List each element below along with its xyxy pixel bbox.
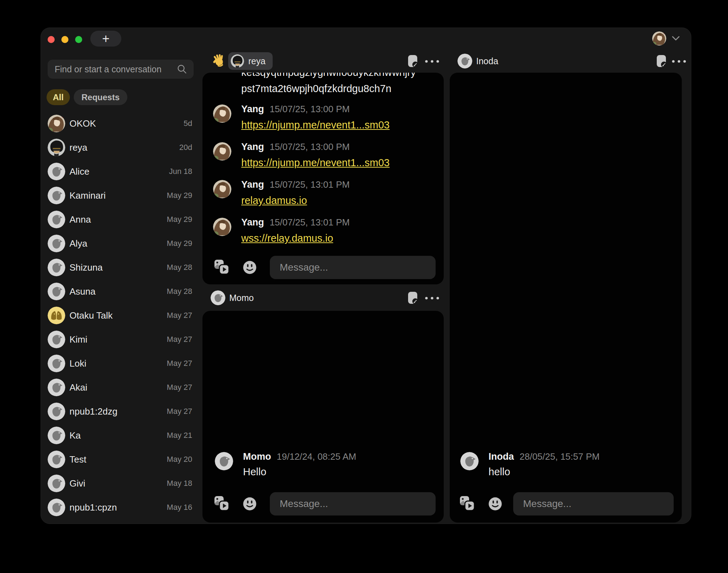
conversation-name: Shizuna — [69, 262, 167, 273]
search-input[interactable] — [54, 64, 177, 75]
chat-header-reya[interactable]: reya — [228, 52, 273, 70]
more-icon[interactable] — [425, 296, 439, 300]
conversation-item-kimi[interactable]: KimiMay 27 — [48, 327, 193, 351]
conversation-date: May 29 — [167, 191, 192, 200]
conversation-item-akai[interactable]: AkaiMay 27 — [48, 375, 193, 399]
wave-icon — [212, 54, 225, 67]
chat-message: Momo19/12/24, 08:25 AM Hello — [215, 451, 356, 478]
conversation-date: May 27 — [167, 311, 192, 320]
conversation-name: reya — [69, 142, 179, 153]
profile-avatar[interactable] — [652, 31, 666, 46]
conversation-item-givi[interactable]: GiviMay 18 — [48, 471, 193, 495]
conversation-item-kaminari[interactable]: KaminariMay 29 — [48, 183, 193, 207]
tab-all[interactable]: All — [47, 89, 70, 105]
conversation-item-asuna[interactable]: AsunaMay 28 — [48, 279, 193, 303]
chat-panel-reya: ketsqyqtmpdgzlygnwlfoouykzkhwwnjry pst7m… — [202, 73, 444, 284]
conversation-avatar — [48, 139, 65, 156]
conversation-name: Kaminari — [69, 190, 167, 201]
message-input[interactable] — [270, 256, 436, 279]
conversation-name: Test — [69, 454, 167, 465]
conversation-date: May 16 — [167, 503, 192, 512]
conversation-item-npub1-2dzg[interactable]: npub1:2dzgMay 27 — [48, 399, 193, 423]
media-icon[interactable] — [460, 496, 476, 512]
chat-message: Yang15/07/25, 13:01 PMwss://relay.damus.… — [213, 217, 350, 244]
conversation-date: May 20 — [167, 455, 192, 464]
conversation-item-okok[interactable]: OKOK5d — [48, 111, 193, 135]
emoji-icon[interactable] — [488, 496, 503, 511]
tab-requests[interactable]: Requests — [74, 89, 127, 105]
minimize-traffic-light-icon[interactable] — [61, 36, 68, 43]
message-input[interactable] — [513, 492, 674, 515]
account-menu[interactable] — [652, 31, 680, 46]
new-conversation-button[interactable]: + — [90, 31, 121, 47]
conversation-item-anna[interactable]: AnnaMay 29 — [48, 207, 193, 231]
conversation-date: May 21 — [167, 431, 192, 440]
message-timestamp: 19/12/24, 08:25 AM — [277, 451, 356, 462]
conversation-item-otaku-talk[interactable]: Otaku TalkMay 27 — [48, 303, 193, 327]
conversation-item-reya[interactable]: reya20d — [48, 135, 193, 159]
momo-avatar — [215, 452, 233, 470]
conversation-item-alya[interactable]: AlyaMay 29 — [48, 231, 193, 255]
more-icon[interactable] — [425, 60, 439, 63]
conversation-avatar — [48, 451, 65, 468]
conversation-name: Otaku Talk — [69, 310, 167, 321]
conversation-avatar — [48, 187, 65, 204]
media-icon[interactable] — [214, 496, 230, 512]
conversation-name: Ka — [69, 430, 167, 441]
conversation-name: Asuna — [69, 286, 167, 297]
message-link[interactable]: https://njump.me/nevent1...sm03 — [241, 119, 390, 131]
conversation-avatar — [48, 283, 65, 300]
conversation-item-alice[interactable]: AliceJun 18 — [48, 159, 193, 183]
conversation-date: 20d — [179, 143, 192, 152]
conversation-item-loki[interactable]: LokiMay 27 — [48, 351, 193, 375]
note-edit-icon[interactable] — [408, 291, 418, 304]
chat-title: reya — [248, 56, 266, 66]
chat-message: Yang15/07/25, 13:01 PMrelay.damus.io — [213, 179, 350, 206]
chevron-down-icon — [672, 36, 680, 41]
conversation-item-npub1-cpzn[interactable]: npub1:cpznMay 16 — [48, 495, 193, 519]
conversation-avatar — [48, 259, 65, 276]
note-edit-icon[interactable] — [408, 55, 418, 68]
yang-avatar — [213, 180, 231, 198]
app-window: + All Requests OKOK5d reya20d AliceJu — [41, 28, 691, 524]
message-sender: Yang — [241, 217, 264, 228]
momo-avatar — [211, 290, 225, 305]
note-edit-icon[interactable] — [656, 55, 667, 68]
conversation-date: Jun 18 — [169, 167, 192, 176]
search-conversation-box[interactable] — [48, 60, 194, 79]
conversation-avatar — [48, 355, 65, 372]
conversation-date: May 27 — [167, 359, 192, 368]
close-traffic-light-icon[interactable] — [48, 36, 55, 43]
message-timestamp: 28/05/25, 15:57 PM — [520, 451, 600, 462]
conversation-date: May 27 — [167, 335, 192, 344]
conversation-name: Kimi — [69, 334, 167, 345]
message-input[interactable] — [270, 492, 436, 515]
more-icon[interactable] — [672, 60, 686, 63]
conversation-avatar — [48, 235, 65, 252]
conversation-item-partial[interactable] — [48, 519, 193, 524]
conversation-name: OKOK — [69, 118, 184, 129]
chat-message: Inoda28/05/25, 15:57 PM hello — [460, 451, 600, 478]
conversation-avatar — [48, 307, 65, 324]
message-sender: Yang — [241, 104, 264, 114]
conversation-date: May 27 — [167, 407, 192, 416]
yang-avatar — [213, 142, 231, 161]
chat-message: Yang15/07/25, 13:00 PMhttps://njump.me/n… — [213, 104, 390, 131]
conversation-list: OKOK5d reya20d AliceJun 18 KaminariMay 2… — [48, 111, 193, 524]
conversation-item-test[interactable]: TestMay 20 — [48, 447, 193, 471]
emoji-icon[interactable] — [242, 260, 257, 275]
conversation-date: May 29 — [167, 239, 192, 248]
chat-title: Inoda — [476, 56, 498, 66]
conversation-item-ka[interactable]: KaMay 21 — [48, 423, 193, 447]
message-link[interactable]: relay.damus.io — [241, 195, 307, 206]
emoji-icon[interactable] — [242, 496, 257, 511]
message-timestamp: 15/07/25, 13:01 PM — [270, 179, 350, 190]
media-icon[interactable] — [214, 259, 230, 276]
conversation-item-shizuna[interactable]: ShizunaMay 28 — [48, 255, 193, 279]
message-link[interactable]: wss://relay.damus.io — [241, 233, 333, 244]
zoom-traffic-light-icon[interactable] — [75, 36, 82, 43]
message-link[interactable]: https://njump.me/nevent1...sm03 — [241, 157, 390, 169]
conversation-date: May 27 — [167, 383, 192, 392]
conversation-avatar — [48, 163, 65, 180]
chat-panel-momo: Momo19/12/24, 08:25 AM Hello — [202, 311, 444, 523]
